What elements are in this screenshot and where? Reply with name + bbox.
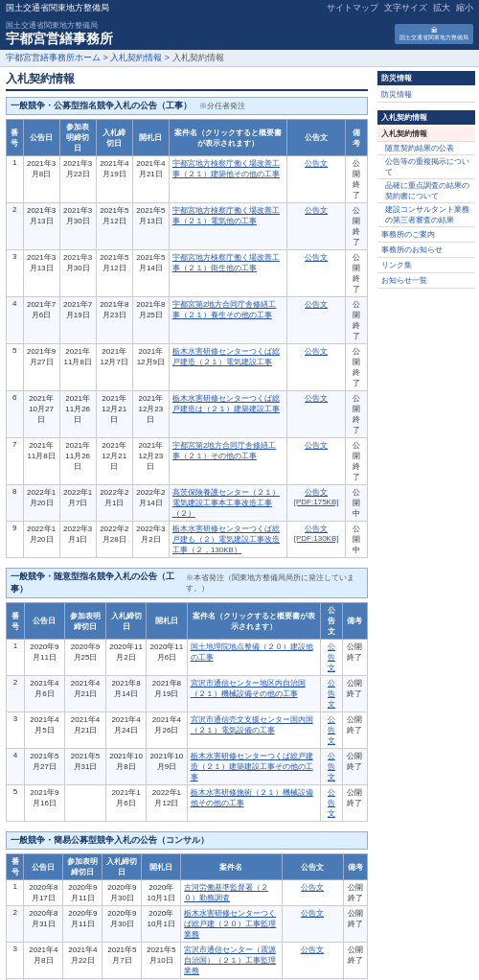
breadcrumb-current: 入札契約情報 [172, 53, 224, 62]
col-kokokudate: 公告日 [24, 603, 64, 640]
section3-table: 番号 公告日 参加表明締切日 入札締切日 開札日 案件名 公告文 備考 1202… [6, 853, 368, 980]
col-sanka: 参加表明締切日 [63, 854, 103, 880]
sidebar-item-nyusatsu[interactable]: 入札契約情報 [377, 127, 475, 142]
header-logo-right: 🏛 国土交通省関東地方整備局 [395, 24, 473, 45]
page-title: 入札契約情報 [6, 71, 368, 91]
table-row: 32021年4月5日2021年4月21日2021年4月24日2021年4月26日… [7, 712, 368, 749]
sidebar-item-jimusho[interactable]: 事務所のご案内 [377, 227, 475, 243]
top-links[interactable]: サイトマップ 文字サイズ 拡大 縮小 [327, 2, 473, 14]
table-row: 92022年1月20日2022年3月1日2022年2月28日2022年3月2日栃… [7, 522, 368, 558]
kokokumon-link[interactable]: 公告文 [305, 300, 328, 309]
col-kokokumon: 公告文 [286, 120, 345, 156]
breadcrumb-nyusatsu[interactable]: 入札契約情報 [110, 53, 162, 62]
anken-link[interactable]: 国土地理院地点整備（２０）建設他の工事 [191, 642, 313, 662]
mlit-logo: 🏛 国土交通省関東地方整備局 [395, 24, 473, 45]
sitemap-link[interactable]: サイトマップ [327, 2, 378, 14]
sidebar-section-nyusatsu: 入札契約情報 入札契約情報 随意契約結果の公表 公告等の重複掲示について 品確に… [377, 110, 475, 289]
anken-link[interactable]: 栃木水害研修センターつくば総戸建も（２）電気建設工事改造工事（２，130KB） [172, 525, 280, 554]
col-nyusatsu: 入札締切日 [105, 603, 146, 640]
col-no: 番号 [7, 854, 24, 880]
kokokumon-link[interactable]: 公告文 [301, 883, 324, 892]
section3-header: 一般競争・簡易公募型競争入札の公告（コンサル） [6, 831, 368, 850]
section1-title: 一般競争・公募型指名競争入札の公告（工事） [11, 100, 192, 112]
anken-link[interactable]: 宮沢市通信センター（震源自治国）（２１）工事監理業務 [184, 945, 276, 975]
office-name: 宇都宮営繕事務所 [6, 31, 113, 48]
table-row: 42021年5月27日2021年5月31日2021年10月8日2021年10月9… [7, 749, 368, 785]
sidebar-item-news[interactable]: お知らせ一覧 [377, 273, 475, 289]
anken-link[interactable]: 宇都宮第2地方合同庁舎修繕工事（２１）その他の工事 [172, 441, 276, 460]
anken-link[interactable]: 栃木水害研修センターつくば総戸建造（２１）建築建設工事その他の工事 [191, 752, 313, 782]
anken-link[interactable]: 宮沢市通信売文支援センター国内国（２１）電気設備の工事 [191, 715, 313, 735]
col-sanka: 参加表明締切日 [65, 603, 106, 640]
sidebar-item-kensatsu[interactable]: 建設コンサルタント業務の第三者審査の結果 [377, 203, 475, 227]
kokokumon-link[interactable]: 公告文 [328, 642, 335, 672]
kokokumon-link[interactable]: 公告文 [305, 394, 328, 403]
anken-link[interactable]: 栃木水害研修施術（２１）機械設備他その他の工事 [191, 788, 313, 807]
section2-header: 一般競争・随意型指名競争入札の公告（工事） ※本省発注（関東地方整備局局所に発注… [6, 568, 368, 598]
table-row: 22021年3月13日2021年3月30日2021年5月12日2021年5月13… [7, 203, 368, 250]
kokokumon-link[interactable]: 公告文 [305, 159, 328, 168]
kokokumon-link[interactable]: 公告文 [305, 441, 328, 450]
kokokumon-link[interactable]: 公告文[PDF:175KB] [294, 488, 339, 506]
table-row: 62021年10月27日2021年11月26日2021年12月21日2021年1… [7, 391, 368, 438]
table-row: 12020年9月11日2020年9月25日2020年11月2日2020年11月6… [7, 640, 368, 676]
kokokumon-link[interactable]: 公告文 [305, 253, 328, 262]
table-row: 52021年9月27日2021年11月8日2021年12月7日2021年12月9… [7, 344, 368, 391]
logo-icon: 🏛 [399, 27, 468, 35]
sidebar-bousai-title: 防災情報 [377, 71, 475, 85]
anken-link[interactable]: 栃木水害研修センターつくば総戸建（２０）工事監理業務 [184, 909, 276, 939]
col-kaisatsu: 開札日 [132, 120, 169, 156]
section3-title: 一般競争・簡易公募型競争入札の公告（コンサル） [11, 834, 209, 847]
anken-link[interactable]: 宇都宮地方検察庁働く場改善工事（２１）建築他その他の工事 [172, 159, 280, 178]
anken-link[interactable]: 宇都宮第2地方合同庁舎修繕工事（２１）養生その他の工事 [172, 300, 276, 319]
anken-link[interactable]: 高茨保険養護センター（２１）電気建設工事本工事改造工事（２） [172, 488, 280, 518]
section1-note: ※分任者発注 [199, 101, 245, 111]
org-parent-label: 国土交通省関東地方整備局 [6, 2, 109, 14]
table-row: 52021年9月16日2021年1月6日2022年1月12日栃木水害研修施術（２… [7, 785, 368, 822]
enlarge-link[interactable]: 拡大 [433, 2, 450, 14]
kokokumon-link[interactable]: 公告文 [305, 347, 328, 356]
table-row: 32021年3月13日2021年3月30日2021年5月12日2021年5月14… [7, 250, 368, 297]
breadcrumb-home[interactable]: 宇都宮営繕事務所ホーム [6, 53, 101, 62]
kokokumon-link[interactable]: 公告文 [328, 752, 335, 782]
header-top-bar: 国土交通省関東地方整備局 サイトマップ 文字サイズ 拡大 縮小 [0, 0, 479, 16]
table-row: 12020年8月17日2020年9月11日2020年9月30日2020年10月1… [7, 880, 368, 906]
kokokumon-link[interactable]: 公告文 [305, 206, 328, 215]
sidebar-item-bousai[interactable]: 防災情報 [377, 87, 475, 103]
shrink-link[interactable]: 縮小 [456, 2, 473, 14]
kokokumon-link[interactable]: 公告文 [328, 715, 335, 745]
kokokumon-link[interactable]: 公告文 [328, 679, 335, 709]
sidebar-item-links[interactable]: リンク集 [377, 258, 475, 273]
sidebar-item-hinkan[interactable]: 品確に重点調査の結果の契約書について [377, 179, 475, 203]
table-row: 32021年4月8日2021年4月22日2021年5月7日2021年5月10日宮… [7, 943, 368, 979]
content-area: 入札契約情報 一般競争・公募型指名競争入札の公告（工事） ※分任者発注 番号 公… [0, 67, 374, 980]
kokokumon-link[interactable]: 公告文 [328, 788, 335, 818]
col-biko: 備考 [342, 603, 367, 640]
header: 国土交通省関東地方整備局 サイトマップ 文字サイズ 拡大 縮小 国土交通省関東地… [0, 0, 479, 50]
fontsize-link[interactable]: 文字サイズ [384, 2, 427, 14]
col-kokokudate: 公告日 [23, 120, 59, 156]
sidebar-item-zuii[interactable]: 随意契約結果の公表 [377, 142, 475, 155]
anken-link[interactable]: 古河労働基準監督署（２０）勤務調査 [184, 883, 268, 902]
table-row: 22020年8月31日2020年9月11日2020年9月30日2020年10月1… [7, 906, 368, 943]
anken-link[interactable]: 栃木水害研修センターつくば総戸建造（２１）電気建設工事 [172, 347, 280, 366]
col-anken: 案件名（クリックすると概要書が表示されます） [169, 120, 286, 156]
col-nyusatsu: 入札締切日 [103, 854, 142, 880]
header-main: 国土交通省関東地方整備局 宇都宮営繕事務所 🏛 国土交通省関東地方整備局 [0, 16, 479, 50]
section2-note: ※本省発注（関東地方整備局局所に発注しています。） [186, 572, 363, 594]
kokokumon-link[interactable]: 公告文[PDF:130KB] [294, 525, 339, 543]
anken-link[interactable]: 宮沢市通信センター地区内自治国（２１）機械設備その他の工事 [191, 679, 306, 698]
sidebar-item-oshirase[interactable]: 事務所のお知らせ [377, 243, 475, 258]
col-no: 番号 [7, 603, 25, 640]
anken-link[interactable]: 宇都宮地方検察庁働く場改善工事（２１）衛生他の工事 [172, 253, 280, 272]
section-kouji-ippan: 一般競争・公募型指名競争入札の公告（工事） ※分任者発注 番号 公告日 参加表明… [6, 97, 368, 558]
col-kaisatsu: 開札日 [147, 603, 187, 640]
kokokumon-link[interactable]: 公告文 [301, 909, 324, 918]
col-anken: 案件名 [181, 854, 282, 880]
anken-link[interactable]: 宇都宮地方検察庁働く場改善工事（２１）電気他の工事 [172, 206, 280, 225]
anken-link[interactable]: 栃木水害研修センターつくば総戸建造は（２１）建築建設工事 [172, 394, 280, 413]
col-sanka: 参加表明締切日 [59, 120, 96, 156]
kokokumon-link[interactable]: 公告文 [301, 945, 324, 954]
sidebar-item-koukoku[interactable]: 公告等の重複掲示について [377, 155, 475, 179]
col-kokokumon: 公告文 [321, 603, 343, 640]
